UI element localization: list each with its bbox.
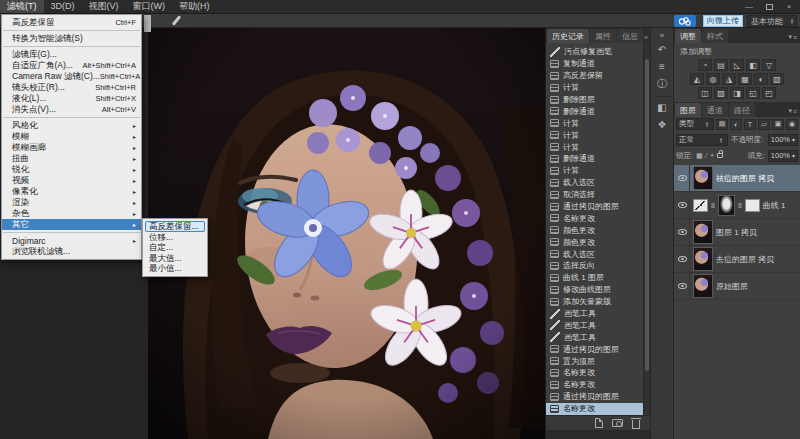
new-document-from-state-icon[interactable]: [595, 418, 603, 428]
layer-filter-icon[interactable]: ▣: [772, 119, 784, 130]
info-panel-icon[interactable]: ⓘ: [653, 76, 671, 91]
history-panel-tab[interactable]: 历史记录: [547, 29, 589, 43]
adjustment-icon[interactable]: ▦: [738, 73, 752, 85]
filter-menu-item[interactable]: Camera Raw 滤镜(C)...Shift+Ctrl+A: [2, 71, 141, 82]
opacity-dropdown[interactable]: 100% ▾: [768, 134, 798, 146]
history-entry[interactable]: 删除图层: [546, 94, 643, 106]
history-entry[interactable]: 高反差保留: [546, 70, 643, 82]
history-entry[interactable]: 通过拷贝的图层: [546, 391, 643, 403]
adjustment-icon[interactable]: ▧: [770, 73, 784, 85]
history-panel-tab[interactable]: 属性: [590, 29, 616, 43]
history-entry[interactable]: 取消选择: [546, 189, 643, 201]
lock-all-icon[interactable]: [717, 153, 723, 158]
adjustment-icon[interactable]: ▤: [714, 59, 728, 71]
history-panel-tab[interactable]: 信息: [617, 29, 643, 43]
history-scrollbar[interactable]: [643, 43, 650, 415]
history-entry[interactable]: 计算: [546, 117, 643, 129]
minimize-button[interactable]: —: [743, 1, 755, 12]
menubar-item[interactable]: 窗口(W): [126, 0, 173, 13]
adjustment-icon[interactable]: ◭: [690, 73, 704, 85]
layer-filter-icon[interactable]: ▤: [716, 119, 728, 130]
history-entry[interactable]: 置为顶层: [546, 355, 643, 367]
adjustment-icon[interactable]: ◐: [754, 73, 768, 85]
submenu-item[interactable]: 最大值...: [145, 253, 205, 264]
history-entry[interactable]: 载入选区: [546, 177, 643, 189]
adjustment-icon[interactable]: ◔: [698, 59, 712, 71]
history-entry[interactable]: 删除通道: [546, 153, 643, 165]
adjustments-panel-tab[interactable]: 样式: [702, 29, 728, 43]
restore-button[interactable]: [763, 1, 775, 12]
layer-row[interactable]: 原始图层: [674, 273, 800, 300]
adjustment-icon[interactable]: ◮: [722, 73, 736, 85]
history-entry[interactable]: 名称更改: [546, 379, 643, 391]
scrollbar-thumb[interactable]: [645, 59, 649, 371]
adjustment-icon[interactable]: ◰: [762, 87, 776, 99]
filter-menu-item[interactable]: 模糊▸: [2, 131, 141, 142]
menubar-item[interactable]: 视图(V): [82, 0, 126, 13]
submenu-item[interactable]: 最小值...: [145, 263, 205, 274]
panel-menu-icon[interactable]: ▾≡: [788, 107, 797, 115]
collapse-icon[interactable]: »: [644, 34, 648, 41]
visibility-toggle[interactable]: [676, 219, 690, 245]
history-entry[interactable]: 通过拷贝的图层: [546, 343, 643, 355]
history-entry[interactable]: 添加矢量蒙版: [546, 296, 643, 308]
filter-type-dropdown[interactable]: 类型 ▲▼: [676, 118, 714, 130]
layer-row[interactable]: 88曲线 1: [674, 192, 800, 219]
filter-menu-item[interactable]: 风格化▸: [2, 120, 141, 131]
filter-menu-item[interactable]: 液化(L)...Shift+Ctrl+X: [2, 93, 141, 104]
history-entry[interactable]: 曲线 1 图层: [546, 272, 643, 284]
filter-menu-item[interactable]: 杂色▸: [2, 208, 141, 219]
history-entry[interactable]: 通过拷贝的图层: [546, 201, 643, 213]
submenu-item[interactable]: 高反差保留...: [145, 221, 205, 232]
filter-menu-item[interactable]: 像素化▸: [2, 186, 141, 197]
layer-row[interactable]: 图层 1 拷贝: [674, 219, 800, 246]
history-entry[interactable]: 选择反向: [546, 260, 643, 272]
submenu-item[interactable]: 自定...: [145, 242, 205, 253]
filter-menu-item[interactable]: 滤镜库(G)...: [2, 49, 141, 60]
visibility-toggle[interactable]: [676, 246, 690, 272]
blend-mode-dropdown[interactable]: 正常 ▲▼: [676, 134, 728, 146]
filter-menu-item[interactable]: 转换为智能滤镜(S): [2, 33, 141, 44]
visibility-toggle[interactable]: [676, 273, 690, 299]
layers-panel-tab[interactable]: 通道: [702, 103, 728, 117]
history-entry[interactable]: 颜色更改: [546, 236, 643, 248]
menubar-item[interactable]: 3D(D): [44, 0, 82, 13]
history-entry[interactable]: 颜色更改: [546, 224, 643, 236]
filter-menu-item[interactable]: 模糊画廊▸: [2, 142, 141, 153]
filter-menu-item[interactable]: 高反差保留Ctrl+F: [2, 17, 141, 28]
filter-menu-item[interactable]: 镜头校正(R)...Shift+Ctrl+R: [2, 82, 141, 93]
layer-filter-icon[interactable]: ▱: [758, 119, 770, 130]
menubar-item[interactable]: 滤镜(T): [0, 0, 44, 13]
adjustment-icon[interactable]: ◫: [698, 87, 712, 99]
filter-menu-item[interactable]: 其它▸: [2, 219, 141, 230]
visibility-toggle[interactable]: [676, 192, 690, 218]
history-entry[interactable]: 污点修复画笔: [546, 46, 643, 58]
new-snapshot-icon[interactable]: [612, 419, 623, 427]
delete-state-icon[interactable]: [632, 420, 640, 429]
layers-panel-tab[interactable]: 路径: [729, 103, 755, 117]
history-entry[interactable]: 复制通道: [546, 58, 643, 70]
layers-panel-tab[interactable]: 图层: [675, 103, 701, 117]
submenu-item[interactable]: 位移...: [145, 232, 205, 243]
adjustment-icon[interactable]: ◺: [730, 59, 744, 71]
filter-menu-item[interactable]: Digimarc▸: [2, 235, 141, 246]
adjustment-icon[interactable]: ◧: [746, 59, 760, 71]
history-entry[interactable]: 计算: [546, 165, 643, 177]
lock-icon[interactable]: ▦: [696, 152, 703, 160]
filter-menu-item[interactable]: 渲染▸: [2, 197, 141, 208]
filter-menu-item[interactable]: 锐化▸: [2, 164, 141, 175]
layer-filter-icon[interactable]: ◐: [730, 119, 742, 130]
history-entry[interactable]: 画笔工具: [546, 331, 643, 343]
history-entry[interactable]: 计算: [546, 129, 643, 141]
layer-filter-icon[interactable]: ◉: [786, 119, 798, 130]
filter-menu-item[interactable]: 视频▸: [2, 175, 141, 186]
adjustment-icon[interactable]: ▽: [762, 59, 776, 71]
adjustment-icon[interactable]: ▨: [714, 87, 728, 99]
upload-logo-button[interactable]: [674, 15, 696, 27]
adjustment-icon[interactable]: ◱: [746, 87, 760, 99]
adjustment-icon[interactable]: ◨: [730, 87, 744, 99]
history-entry[interactable]: 名称更改: [546, 212, 643, 224]
history-entry[interactable]: 计算: [546, 82, 643, 94]
layer-row[interactable]: 去痘的图层 拷贝: [674, 246, 800, 273]
lock-icon[interactable]: ∕: [706, 152, 707, 160]
